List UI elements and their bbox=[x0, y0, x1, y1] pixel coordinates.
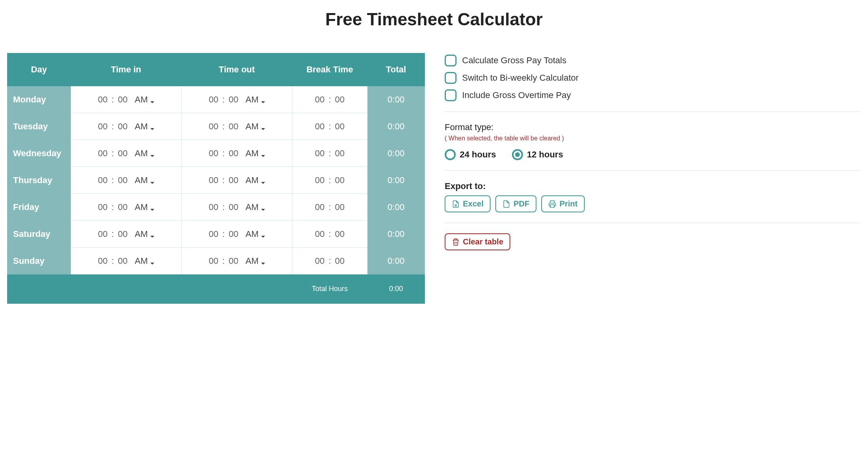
time-out-hour[interactable]: 00 bbox=[208, 175, 218, 185]
break-hour[interactable]: 00 bbox=[315, 175, 324, 185]
time-in-ampm[interactable]: AM bbox=[135, 202, 154, 212]
timesheet-table-wrap: Day Time in Time out Break Time Total Mo… bbox=[7, 53, 425, 304]
time-in-hour[interactable]: 00 bbox=[98, 202, 107, 212]
time-out-ampm[interactable]: AM bbox=[246, 121, 265, 132]
th-break-time: Break Time bbox=[292, 53, 368, 86]
time-out-cell: 00:00AM bbox=[182, 221, 292, 248]
time-in-hour[interactable]: 00 bbox=[98, 95, 107, 105]
time-out-ampm[interactable]: AM bbox=[246, 229, 265, 239]
time-out-minute[interactable]: 00 bbox=[229, 256, 238, 266]
ampm-value: AM bbox=[135, 95, 148, 105]
time-in-hour[interactable]: 00 bbox=[98, 229, 107, 239]
break-hour[interactable]: 00 bbox=[315, 148, 324, 159]
break-minute[interactable]: 00 bbox=[335, 256, 345, 266]
divider bbox=[445, 223, 861, 223]
break-minute[interactable]: 00 bbox=[335, 95, 345, 105]
ampm-value: AM bbox=[246, 95, 259, 105]
time-out-ampm[interactable]: AM bbox=[246, 256, 265, 266]
radio-label: 12 hours bbox=[527, 149, 563, 160]
colon: : bbox=[328, 202, 332, 212]
time-out-minute[interactable]: 00 bbox=[229, 121, 238, 132]
break-hour[interactable]: 00 bbox=[315, 95, 324, 105]
time-in-hour[interactable]: 00 bbox=[98, 121, 107, 132]
chevron-down-icon bbox=[260, 175, 265, 185]
ampm-value: AM bbox=[246, 148, 259, 159]
time-in-cell: 00:00AM bbox=[71, 86, 182, 113]
time-out-hour[interactable]: 00 bbox=[208, 95, 218, 105]
time-in-minute[interactable]: 00 bbox=[118, 121, 127, 132]
time-in-minute[interactable]: 00 bbox=[118, 175, 127, 185]
break-hour[interactable]: 00 bbox=[315, 256, 324, 266]
time-out-minute[interactable]: 00 bbox=[229, 229, 238, 239]
time-out-hour[interactable]: 00 bbox=[208, 202, 218, 212]
colon: : bbox=[222, 148, 226, 159]
time-out-ampm[interactable]: AM bbox=[246, 175, 265, 185]
time-out-minute[interactable]: 00 bbox=[229, 148, 238, 159]
time-in-ampm[interactable]: AM bbox=[135, 121, 154, 132]
time-in-hour[interactable]: 00 bbox=[98, 256, 107, 266]
colon: : bbox=[222, 202, 226, 212]
time-out-minute[interactable]: 00 bbox=[229, 202, 238, 212]
export-excel-button[interactable]: Excel bbox=[445, 195, 491, 212]
break-minute[interactable]: 00 bbox=[335, 121, 345, 132]
time-in-ampm[interactable]: AM bbox=[135, 95, 154, 105]
time-out-hour[interactable]: 00 bbox=[208, 229, 218, 239]
break-minute[interactable]: 00 bbox=[335, 202, 345, 212]
time-in-ampm[interactable]: AM bbox=[135, 229, 154, 239]
time-out-hour[interactable]: 00 bbox=[208, 121, 218, 132]
radio-12-hours[interactable]: 12 hours bbox=[512, 149, 563, 160]
th-total: Total bbox=[368, 53, 425, 86]
table-row: Wednesday00:00AM00:00AM00:000:00 bbox=[8, 140, 425, 167]
trash-icon bbox=[452, 238, 460, 246]
time-in-minute[interactable]: 00 bbox=[118, 202, 127, 212]
time-in-cell: 00:00AM bbox=[71, 221, 182, 248]
break-minute[interactable]: 00 bbox=[335, 229, 345, 239]
total-hours-label: Total Hours bbox=[292, 274, 368, 304]
colon: : bbox=[111, 121, 115, 132]
chevron-down-icon bbox=[260, 121, 265, 132]
time-in-minute[interactable]: 00 bbox=[118, 148, 127, 159]
ampm-value: AM bbox=[135, 175, 148, 185]
time-in-cell: 00:00AM bbox=[71, 194, 182, 221]
time-in-hour[interactable]: 00 bbox=[98, 175, 107, 185]
clear-table-button[interactable]: Clear table bbox=[445, 233, 510, 250]
row-total: 0:00 bbox=[368, 167, 425, 194]
export-pdf-button[interactable]: PDF bbox=[495, 195, 536, 212]
time-in-ampm[interactable]: AM bbox=[135, 256, 154, 266]
option-overtime[interactable]: Include Gross Overtime Pay bbox=[445, 89, 861, 101]
option-label: Calculate Gross Pay Totals bbox=[462, 55, 567, 66]
table-row: Saturday00:00AM00:00AM00:000:00 bbox=[8, 221, 425, 248]
time-out-ampm[interactable]: AM bbox=[246, 148, 265, 159]
time-in-minute[interactable]: 00 bbox=[118, 95, 127, 105]
row-total: 0:00 bbox=[368, 221, 425, 248]
time-out-hour[interactable]: 00 bbox=[208, 148, 218, 159]
break-minute[interactable]: 00 bbox=[335, 175, 345, 185]
time-in-minute[interactable]: 00 bbox=[118, 229, 127, 239]
print-button[interactable]: Print bbox=[541, 195, 585, 212]
colon: : bbox=[222, 175, 226, 185]
break-minute[interactable]: 00 bbox=[335, 148, 345, 159]
break-cell: 00:00 bbox=[292, 221, 368, 248]
colon: : bbox=[328, 175, 332, 185]
colon: : bbox=[111, 202, 115, 212]
time-in-ampm[interactable]: AM bbox=[135, 148, 154, 159]
time-in-ampm[interactable]: AM bbox=[135, 175, 154, 185]
svg-rect-0 bbox=[550, 204, 554, 207]
radio-24-hours[interactable]: 24 hours bbox=[445, 149, 496, 160]
break-hour[interactable]: 00 bbox=[315, 229, 324, 239]
radio-icon bbox=[445, 149, 456, 160]
time-out-ampm[interactable]: AM bbox=[246, 202, 265, 212]
break-hour[interactable]: 00 bbox=[315, 202, 324, 212]
option-biweekly[interactable]: Switch to Bi-weekly Calculator bbox=[445, 72, 861, 84]
time-out-hour[interactable]: 00 bbox=[208, 256, 218, 266]
time-in-hour[interactable]: 00 bbox=[98, 148, 107, 159]
time-in-minute[interactable]: 00 bbox=[118, 256, 127, 266]
divider bbox=[445, 170, 861, 171]
time-out-minute[interactable]: 00 bbox=[229, 95, 238, 105]
time-in-cell: 00:00AM bbox=[71, 140, 182, 167]
colon: : bbox=[111, 256, 115, 266]
time-out-minute[interactable]: 00 bbox=[229, 175, 238, 185]
time-out-ampm[interactable]: AM bbox=[246, 95, 265, 105]
break-hour[interactable]: 00 bbox=[315, 121, 324, 132]
option-gross-pay[interactable]: Calculate Gross Pay Totals bbox=[445, 55, 861, 66]
